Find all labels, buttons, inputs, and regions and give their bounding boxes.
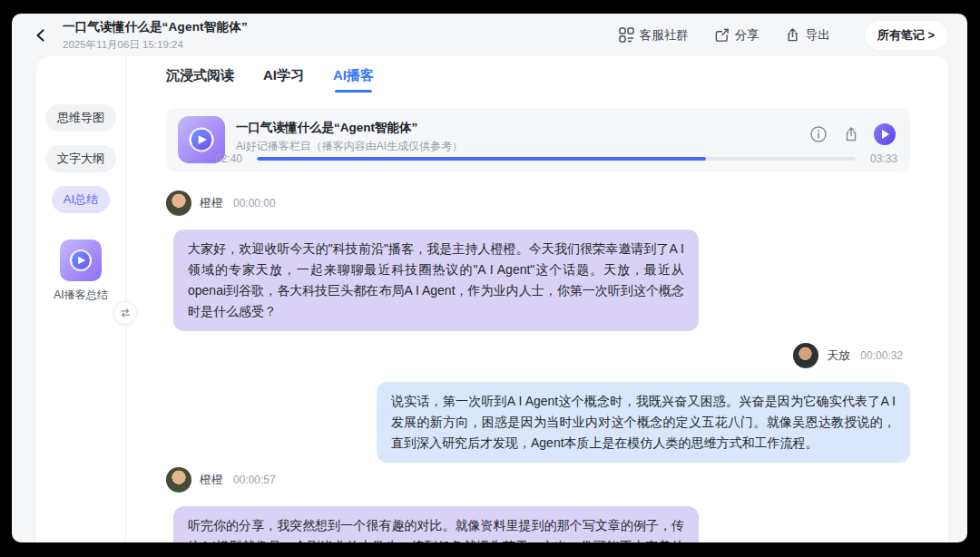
sidebar-item-podcast-label: AI播客总结 bbox=[54, 288, 107, 303]
player-timeline: 02:40 03:33 bbox=[215, 152, 897, 165]
avatar bbox=[166, 191, 191, 216]
swap-arrows-icon bbox=[119, 307, 132, 319]
share-label: 分享 bbox=[735, 27, 760, 44]
message-header: 橙橙 00:00:57 bbox=[166, 467, 910, 493]
tab-immersive-reading[interactable]: 沉浸式阅读 bbox=[166, 67, 234, 93]
page-datetime: 2025年11月06日 15:19:24 bbox=[63, 38, 248, 52]
all-notes-button[interactable]: 所有笔记 > bbox=[865, 21, 947, 50]
speaker-name: 橙橙 bbox=[200, 195, 223, 211]
sidebar-item-outline[interactable]: 文字大纲 bbox=[45, 145, 116, 172]
play-button[interactable] bbox=[874, 123, 896, 145]
total-time: 03:33 bbox=[867, 152, 897, 165]
avatar bbox=[793, 343, 818, 368]
main-area: 沉浸式阅读 AI学习 AI播客 bbox=[126, 56, 948, 542]
info-button[interactable] bbox=[808, 124, 828, 144]
title-block: 一口气读懂什么是“Agent智能体” 2025年11月06日 15:19:24 bbox=[63, 19, 248, 52]
export-label: 导出 bbox=[806, 27, 830, 44]
export-icon bbox=[785, 27, 800, 43]
message-header: 天放 00:00:32 bbox=[793, 343, 903, 368]
message-timestamp: 00:00:57 bbox=[233, 474, 276, 486]
player-actions bbox=[808, 123, 896, 145]
tab-ai-podcast[interactable]: AI播客 bbox=[333, 67, 374, 93]
transcript-list: 橙橙 00:00:00 大家好，欢迎收听今天的"科技前沿"播客，我是主持人橙橙。… bbox=[166, 181, 948, 542]
chevron-left-icon bbox=[34, 28, 48, 43]
message-bubble: 大家好，欢迎收听今天的"科技前沿"播客，我是主持人橙橙。今天我们很荣幸邀请到了A… bbox=[173, 230, 699, 331]
podcast-app-icon bbox=[60, 239, 102, 281]
message-timestamp: 00:00:00 bbox=[233, 197, 276, 210]
sidebar-item-ai-summary[interactable]: AI总结 bbox=[52, 186, 110, 213]
sidebar-item-mindmap[interactable]: 思维导图 bbox=[45, 104, 116, 132]
community-label: 客服社群 bbox=[640, 27, 689, 44]
transcript-message: 橙橙 00:00:00 大家好，欢迎收听今天的"科技前沿"播客，我是主持人橙橙。… bbox=[166, 191, 910, 331]
transcript-message: 天放 00:00:32 说实话，第一次听到A I Agent这个概念时，我既兴奋… bbox=[166, 343, 910, 463]
player-share-button[interactable] bbox=[841, 124, 861, 144]
page-title: 一口气读懂什么是“Agent智能体” bbox=[63, 19, 248, 35]
message-bubble: 说实话，第一次听到A I Agent这个概念时，我既兴奋又困惑。兴奋是因为它确实… bbox=[377, 382, 910, 463]
progress-fill bbox=[257, 157, 706, 161]
tab-ai-learning[interactable]: AI学习 bbox=[263, 67, 304, 93]
qr-grid-icon bbox=[619, 27, 634, 43]
info-icon bbox=[809, 125, 828, 143]
progress-track[interactable] bbox=[257, 157, 856, 161]
export-button[interactable]: 导出 bbox=[785, 27, 830, 44]
podcast-player-card: 一口气读懂什么是“Agent智能体” Ai好记播客栏目（播客内容由AI生成仅供参… bbox=[166, 108, 910, 171]
player-title: 一口气读懂什么是“Agent智能体” bbox=[236, 120, 417, 136]
message-timestamp: 00:00:32 bbox=[860, 349, 903, 362]
sidebar-item-podcast-summary[interactable]: AI播客总结 bbox=[54, 239, 107, 303]
community-button[interactable]: 客服社群 bbox=[619, 27, 689, 44]
back-button[interactable] bbox=[32, 26, 50, 44]
tab-bar: 沉浸式阅读 AI学习 AI播客 bbox=[166, 67, 948, 93]
avatar bbox=[166, 467, 191, 493]
top-actions: 客服社群 分享 导出 bbox=[619, 21, 947, 50]
message-header: 橙橙 00:00:00 bbox=[166, 191, 910, 216]
top-bar: 一口气读懂什么是“Agent智能体” 2025年11月06日 15:19:24 … bbox=[12, 14, 967, 56]
speaker-name: 橙橙 bbox=[200, 472, 223, 488]
content-panel: 思维导图 文字大纲 AI总结 bbox=[36, 56, 948, 542]
share-icon bbox=[714, 27, 730, 43]
speaker-name: 天放 bbox=[827, 347, 850, 364]
current-time: 02:40 bbox=[215, 152, 246, 165]
transcript-message: 橙橙 00:00:57 听完你的分享，我突然想到一个很有趣的对比。就像资料里提到… bbox=[166, 467, 910, 542]
sidebar-collapse-toggle[interactable] bbox=[113, 301, 137, 325]
message-bubble: 听完你的分享，我突然想到一个很有趣的对比。就像资料里提到的那个写文章的例子，传统… bbox=[173, 506, 699, 542]
upload-icon bbox=[842, 125, 860, 143]
share-button[interactable]: 分享 bbox=[714, 27, 760, 44]
app-window: 一口气读懂什么是“Agent智能体” 2025年11月06日 15:19:24 … bbox=[12, 14, 967, 542]
sidebar: 思维导图 文字大纲 AI总结 bbox=[36, 56, 126, 542]
